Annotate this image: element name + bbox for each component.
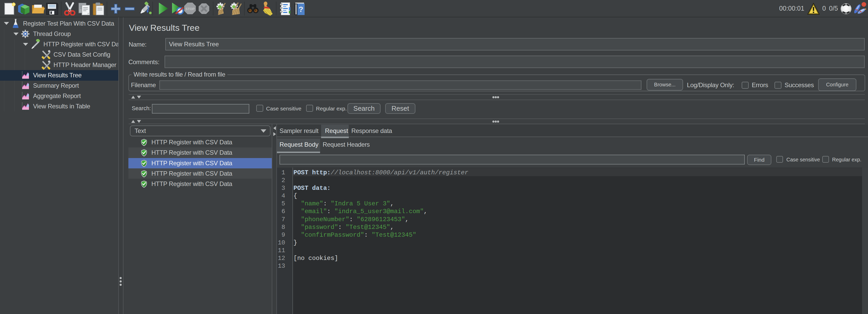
svg-text:?: ? [299, 5, 303, 13]
svg-text:STOP: STOP [185, 7, 194, 11]
